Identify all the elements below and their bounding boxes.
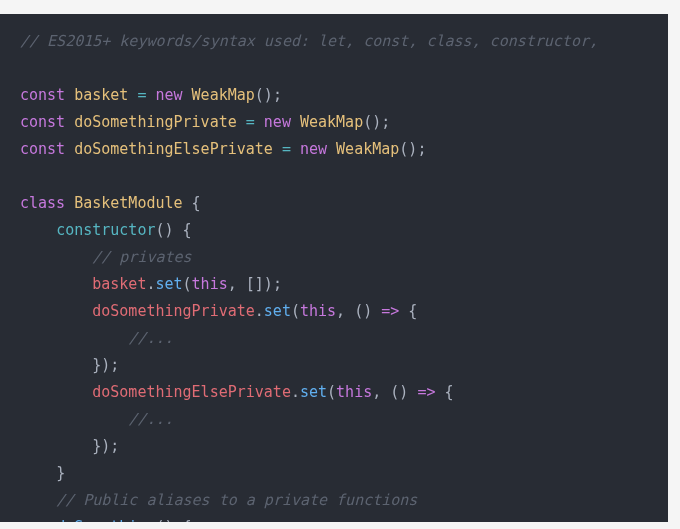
paren-close: ) <box>165 518 174 522</box>
keyword-new: new <box>155 86 182 104</box>
bracket-close: ] <box>255 275 264 293</box>
class-name: WeakMap <box>300 113 363 131</box>
keyword-this: this <box>192 275 228 293</box>
semicolon: ; <box>110 356 119 374</box>
keyword-const: const <box>20 113 65 131</box>
paren-close: ) <box>101 437 110 455</box>
keyword-class: class <box>20 194 65 212</box>
keyword-const: const <box>20 140 65 158</box>
semicolon: ; <box>273 275 282 293</box>
method-call: set <box>264 302 291 320</box>
comment-line: // privates <box>92 248 191 266</box>
semicolon: ; <box>417 140 426 158</box>
paren-close: ) <box>264 275 273 293</box>
identifier: doSomethingElsePrivate <box>92 383 291 401</box>
keyword-this: this <box>336 383 372 401</box>
paren-close: ) <box>399 383 408 401</box>
paren-open: ( <box>390 383 399 401</box>
keyword-this: this <box>300 302 336 320</box>
brace-open: { <box>183 518 192 522</box>
paren-open: ( <box>363 113 372 131</box>
dot: . <box>291 383 300 401</box>
class-name: WeakMap <box>192 86 255 104</box>
comment-line: //... <box>128 329 173 347</box>
code-block: // ES2015+ keywords/syntax used: let, co… <box>0 14 668 522</box>
paren-open: ( <box>155 518 164 522</box>
paren-open: ( <box>155 221 164 239</box>
identifier: basket <box>92 275 146 293</box>
semicolon: ; <box>110 437 119 455</box>
bracket-open: [ <box>246 275 255 293</box>
arrow: => <box>381 302 399 320</box>
paren-open: ( <box>183 275 192 293</box>
method-call: set <box>155 275 182 293</box>
comma: , <box>336 302 345 320</box>
brace-open: { <box>408 302 417 320</box>
dot: . <box>255 302 264 320</box>
page-wrapper: // ES2015+ keywords/syntax used: let, co… <box>0 0 680 529</box>
paren-close: ) <box>264 86 273 104</box>
class-name: BasketModule <box>74 194 182 212</box>
paren-open: ( <box>327 383 336 401</box>
code-editor: // ES2015+ keywords/syntax used: let, co… <box>0 14 668 522</box>
paren-close: ) <box>165 221 174 239</box>
brace-close: } <box>56 464 65 482</box>
comment-line: // Public aliases to a private functions <box>56 491 417 509</box>
brace-close: } <box>92 437 101 455</box>
brace-open: { <box>192 194 201 212</box>
method-name: doSomething <box>56 518 155 522</box>
keyword-new: new <box>264 113 291 131</box>
arrow: => <box>417 383 435 401</box>
operator-eq: = <box>282 140 291 158</box>
paren-open: ( <box>291 302 300 320</box>
keyword-new: new <box>300 140 327 158</box>
comment-line: // ES2015+ keywords/syntax used: let, co… <box>20 32 598 50</box>
paren-close: ) <box>372 113 381 131</box>
paren-open: ( <box>354 302 363 320</box>
semicolon: ; <box>381 113 390 131</box>
brace-open: { <box>183 221 192 239</box>
paren-open: ( <box>255 86 264 104</box>
operator-eq: = <box>137 86 146 104</box>
identifier: basket <box>74 86 128 104</box>
method-call: set <box>300 383 327 401</box>
keyword-const: const <box>20 86 65 104</box>
class-name: WeakMap <box>336 140 399 158</box>
operator-eq: = <box>246 113 255 131</box>
comma: , <box>228 275 237 293</box>
semicolon: ; <box>273 86 282 104</box>
paren-close: ) <box>101 356 110 374</box>
identifier: doSomethingPrivate <box>74 113 237 131</box>
brace-open: { <box>444 383 453 401</box>
paren-open: ( <box>399 140 408 158</box>
paren-close: ) <box>363 302 372 320</box>
brace-close: } <box>92 356 101 374</box>
identifier: doSomethingPrivate <box>92 302 255 320</box>
comment-line: //... <box>128 410 173 428</box>
constructor-keyword: constructor <box>56 221 155 239</box>
identifier: doSomethingElsePrivate <box>74 140 273 158</box>
comma: , <box>372 383 381 401</box>
